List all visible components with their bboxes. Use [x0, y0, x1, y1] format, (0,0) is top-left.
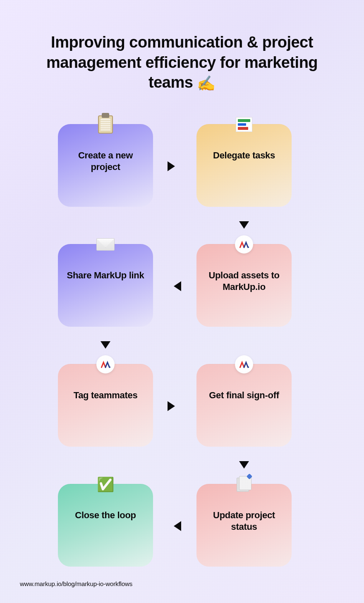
step-update-status: Update project status: [196, 484, 292, 567]
title-text: Improving communication & project manage…: [46, 34, 318, 91]
step-upload-assets: Upload assets to MarkUp.io: [196, 244, 292, 327]
markup-logo-icon: [235, 355, 254, 374]
flow-diagram: Create a new project Delegate tasks Shar…: [0, 124, 364, 566]
step-label: Update project status: [196, 510, 292, 532]
step-final-signoff: Get final sign-off: [196, 364, 292, 447]
footer-url: www.markup.io/blog/markup-io-workflows: [20, 580, 132, 587]
writing-hand-icon: ✍️: [197, 75, 216, 92]
check-icon: ✅: [96, 475, 115, 494]
markup-logo-icon: [96, 355, 115, 374]
step-create-project: Create a new project: [58, 124, 153, 207]
arrow-left-icon: [174, 281, 181, 291]
step-close-loop: ✅ Close the loop: [58, 484, 153, 567]
envelope-icon: [96, 235, 115, 254]
clipboard-icon: [96, 115, 115, 134]
arrow-down-icon: [239, 221, 249, 229]
step-label: Get final sign-off: [201, 390, 286, 401]
markup-logo-icon: [235, 235, 254, 254]
step-label: Create a new project: [58, 150, 153, 172]
step-tag-teammates: Tag teammates: [58, 364, 153, 447]
step-label: Tag teammates: [66, 390, 145, 401]
arrow-right-icon: [168, 401, 175, 411]
bars-icon: [235, 115, 254, 134]
arrow-left-icon: [174, 521, 181, 531]
step-delegate-tasks: Delegate tasks: [196, 124, 292, 207]
step-label: Share MarkUp link: [60, 270, 152, 281]
step-label: Close the loop: [67, 510, 143, 521]
arrow-right-icon: [168, 161, 175, 171]
arrow-down-icon: [101, 341, 110, 349]
step-label: Delegate tasks: [206, 150, 283, 161]
step-share-link: Share MarkUp link: [58, 244, 153, 327]
arrow-down-icon: [239, 461, 249, 469]
step-label: Upload assets to MarkUp.io: [196, 270, 292, 292]
document-stack-icon: [235, 475, 254, 494]
page-title: Improving communication & project manage…: [0, 32, 364, 93]
